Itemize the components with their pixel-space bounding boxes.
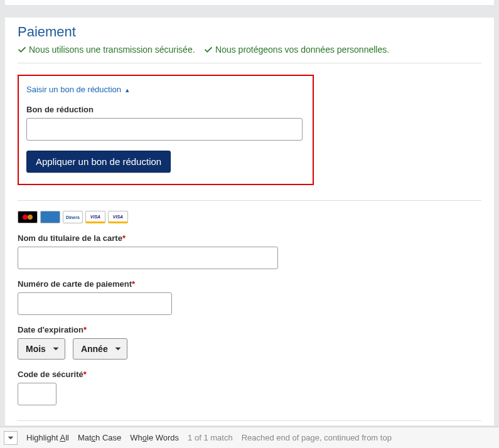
cardholder-label: Nom du titulaire de la carte* [18, 233, 481, 243]
cvv-input[interactable] [18, 383, 56, 405]
cardnumber-label: Numéro de carte de paiement* [18, 279, 481, 289]
coupon-input[interactable] [26, 118, 303, 141]
required-asterisk: * [83, 325, 87, 334]
chevron-down-icon [52, 345, 60, 353]
secure-transmission: Nous utilisons une transmission sécurisé… [18, 45, 195, 55]
expiry-label: Date d'expiration* [18, 325, 481, 334]
highlight-all-toggle[interactable]: Highlight All [26, 433, 69, 442]
required-asterisk: * [132, 279, 135, 289]
find-match-count: 1 of 1 match [188, 433, 233, 442]
accepted-cards: Diners VISA VISA [18, 211, 481, 223]
top-strip [5, 0, 494, 5]
diners-club-icon: Diners [63, 211, 83, 223]
cardnumber-input[interactable] [18, 292, 172, 315]
expiry-year-select[interactable]: Année [73, 338, 127, 360]
required-asterisk: * [122, 233, 126, 243]
find-status-text: Reached end of page, continued from top [242, 433, 392, 442]
caret-up-icon: ▴ [124, 86, 129, 93]
amex-icon [40, 211, 60, 223]
mastercard-icon [18, 211, 38, 223]
divider [18, 200, 481, 201]
check-icon [204, 46, 213, 55]
find-next-button[interactable] [4, 431, 18, 445]
chevron-down-icon [7, 434, 14, 442]
cvv-label: Code de sécurité* [18, 370, 481, 379]
coupon-label: Bon de réduction [26, 105, 305, 114]
visa-icon: VISA [85, 211, 105, 223]
coupon-toggle-text: Saisir un bon de réduction [26, 85, 121, 94]
coupon-toggle[interactable]: Saisir un bon de réduction ▴ [26, 85, 129, 94]
find-bar: Highlight All Match Case Whole Words 1 o… [0, 427, 499, 448]
coupon-box: Saisir un bon de réduction ▴ Bon de rédu… [18, 75, 314, 185]
check-icon [18, 46, 26, 55]
cardholder-input[interactable] [18, 247, 278, 269]
expiry-month-select[interactable]: Mois [18, 338, 65, 360]
security-row: Nous utilisons une transmission sécurisé… [18, 44, 481, 63]
panel-title: Paiement [18, 24, 481, 40]
payment-panel: Paiement Nous utilisons une transmission… [5, 18, 494, 425]
match-case-toggle[interactable]: Match Case [78, 433, 121, 442]
visa-electron-icon: VISA [108, 211, 128, 223]
expiry-row: Mois Année [18, 338, 481, 360]
apply-coupon-button[interactable]: Appliquer un bon de réduction [26, 151, 171, 173]
whole-words-toggle[interactable]: Whole Words [130, 433, 179, 442]
chevron-down-icon [114, 345, 122, 353]
data-protection-text: Nous protégeons vos données personnelles… [215, 45, 389, 55]
data-protection: Nous protégeons vos données personnelles… [204, 45, 389, 55]
required-asterisk: * [83, 370, 87, 379]
secure-transmission-text: Nous utilisons une transmission sécurisé… [29, 45, 195, 55]
divider-bottom [18, 420, 481, 421]
